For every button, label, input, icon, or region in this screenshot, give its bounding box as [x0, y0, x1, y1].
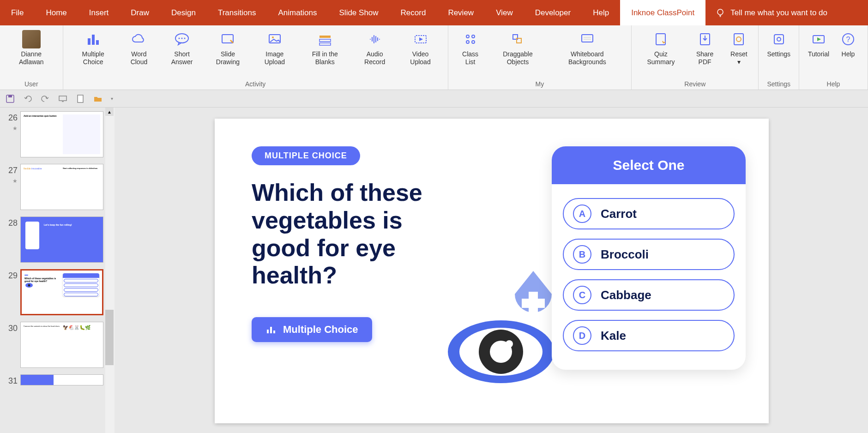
shapes-icon: [508, 30, 527, 48]
tell-me-label: Tell me what you want to do: [730, 8, 827, 18]
tell-me-search[interactable]: Tell me what you want to do: [715, 7, 827, 18]
settings-button[interactable]: Settings: [764, 28, 793, 78]
menu-home[interactable]: Home: [35, 0, 78, 25]
reset-icon: [729, 30, 748, 48]
menu-record[interactable]: Record: [390, 0, 437, 25]
svg-rect-41: [273, 331, 275, 333]
lightbulb-icon: [715, 7, 726, 18]
menu-animations[interactable]: Animations: [267, 0, 328, 25]
svg-point-10: [272, 36, 274, 38]
gear-icon: [770, 30, 788, 48]
slide-thumb-29[interactable]: 29 Which of these vegetables is good for…: [2, 269, 114, 315]
menu-developer[interactable]: Developer: [524, 0, 582, 25]
share-pdf-button[interactable]: Share PDF: [687, 28, 723, 78]
menu-insert[interactable]: Insert: [78, 0, 120, 25]
answer-letter: B: [573, 245, 591, 264]
svg-rect-21: [582, 35, 593, 42]
word-cloud-button[interactable]: Word Cloud: [120, 28, 158, 78]
svg-point-27: [736, 37, 741, 42]
reset-button[interactable]: Reset▾: [725, 28, 753, 78]
slide-thumb-30[interactable]: 30 Connect the animals to show the food …: [2, 322, 114, 368]
svg-rect-48: [522, 299, 545, 308]
redo-icon[interactable]: [41, 94, 50, 103]
menu-design[interactable]: Design: [160, 0, 207, 25]
image-icon: [265, 30, 284, 48]
save-icon[interactable]: [6, 94, 15, 103]
slide-drawing-button[interactable]: Slide Drawing: [205, 28, 250, 78]
present-icon[interactable]: [58, 94, 67, 103]
video-upload-button[interactable]: Video Upload: [398, 28, 442, 78]
svg-rect-35: [59, 96, 66, 101]
svg-point-6: [181, 38, 183, 39]
menu-draw[interactable]: Draw: [120, 0, 160, 25]
menu-transitions[interactable]: Transitions: [207, 0, 267, 25]
qa-dropdown-icon[interactable]: ▾: [111, 96, 113, 101]
ribbon-group-review: Quiz Summary Share PDF Reset▾ Review: [632, 25, 759, 90]
tutorial-button[interactable]: Tutorial: [805, 28, 832, 78]
quick-access-toolbar: ▾: [0, 90, 868, 108]
menu-slideshow[interactable]: Slide Show: [328, 0, 390, 25]
svg-point-7: [184, 38, 186, 39]
multiple-choice-activity-button[interactable]: Multiple Choice: [252, 317, 372, 342]
image-upload-button[interactable]: Image Upload: [252, 28, 297, 78]
quiz-summary-button[interactable]: Quiz Summary: [637, 28, 685, 78]
slide-thumb-26[interactable]: 26★ Add an interactive quiz button: [2, 111, 114, 157]
svg-point-16: [472, 35, 475, 38]
undo-icon[interactable]: [23, 94, 32, 103]
answer-text: Carrot: [601, 207, 637, 221]
fill-blanks-button[interactable]: Fill in the Blanks: [299, 28, 351, 78]
open-folder-icon[interactable]: [93, 94, 102, 103]
multiple-choice-button[interactable]: Multiple Choice: [69, 28, 118, 78]
draggable-objects-button[interactable]: Draggable Objects: [488, 28, 547, 78]
svg-rect-34: [8, 95, 12, 97]
slide-thumb-31[interactable]: 31: [2, 374, 114, 386]
answer-option-b[interactable]: B Broccoli: [563, 239, 735, 270]
svg-point-17: [466, 41, 469, 43]
speech-bubble-icon: [173, 30, 191, 48]
help-button[interactable]: ? Help: [834, 28, 862, 78]
answer-option-d[interactable]: D Kale: [563, 320, 735, 351]
slides-panel: 26★ Add an interactive quiz button 27★ f…: [0, 108, 115, 433]
short-answer-button[interactable]: Short Answer: [160, 28, 204, 78]
play-icon: [809, 30, 828, 48]
menu-file[interactable]: File: [0, 0, 35, 25]
slide-canvas[interactable]: MULTIPLE CHOICE Which of these vegetable…: [215, 119, 769, 423]
whiteboard-backgrounds-button[interactable]: Whiteboard Backgrounds: [549, 28, 626, 78]
scrollbar[interactable]: ▲: [105, 108, 115, 433]
user-profile-button[interactable]: Dianne Adlawan: [6, 28, 57, 78]
menu-view[interactable]: View: [485, 0, 524, 25]
main-area: 26★ Add an interactive quiz button 27★ f…: [0, 108, 868, 433]
svg-rect-28: [774, 35, 784, 44]
svg-rect-11: [319, 36, 331, 38]
ribbon-group-label-help: Help: [827, 80, 840, 88]
ribbon: Dianne Adlawan User Multiple Choice Word…: [0, 25, 868, 90]
answer-option-a[interactable]: A Carrot: [563, 198, 735, 229]
svg-rect-13: [319, 43, 331, 45]
svg-rect-40: [270, 327, 272, 333]
answer-option-c[interactable]: C Cabbage: [563, 279, 735, 311]
svg-rect-2: [92, 35, 95, 45]
new-file-icon[interactable]: [76, 94, 85, 103]
ribbon-group-help: Tutorial ? Help Help: [799, 25, 868, 90]
answer-text: Kale: [601, 329, 626, 343]
drawing-icon: [218, 30, 237, 48]
slide-thumb-27[interactable]: 27★ flexible innovativeStart collecting …: [2, 164, 114, 210]
ribbon-group-user: Dianne Adlawan User: [0, 25, 63, 90]
answer-text: Broccoli: [601, 247, 649, 262]
menu-review[interactable]: Review: [437, 0, 485, 25]
menu-help[interactable]: Help: [582, 0, 620, 25]
class-list-button[interactable]: Class List: [454, 28, 487, 78]
slide-thumb-28[interactable]: 28 Let's keep the fun rolling!: [2, 216, 114, 263]
svg-point-5: [179, 38, 180, 39]
menubar: File Home Insert Draw Design Transitions…: [0, 0, 868, 25]
audio-record-button[interactable]: Audio Record: [353, 28, 397, 78]
bar-chart-icon: [84, 30, 102, 48]
menu-inknoe-classpoint[interactable]: Inknoe ClassPoint: [620, 0, 705, 25]
user-name: Dianne Adlawan: [8, 50, 54, 66]
svg-rect-39: [267, 330, 269, 333]
video-icon: [411, 30, 430, 48]
scroll-up-icon[interactable]: ▲: [105, 108, 114, 116]
scroll-thumb[interactable]: [105, 310, 114, 365]
pdf-icon: [696, 30, 714, 48]
question-text: Which of these vegetables is good for ey…: [252, 179, 464, 289]
